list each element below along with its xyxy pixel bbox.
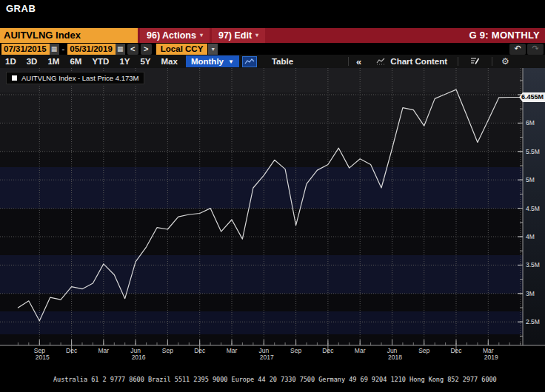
x-axis-label: Sep — [408, 347, 441, 354]
range-toolbar: 1D3D1M6MYTD1Y5YMax Monthly ▼ Table « Cha… — [0, 55, 545, 68]
history-buttons: ↶ ↷ — [509, 44, 545, 55]
y-axis-label: 5M — [526, 176, 545, 183]
edit-button[interactable]: 97) Edit ▾ — [212, 28, 265, 43]
redo-button[interactable]: ↷ — [527, 44, 544, 55]
tab-1m[interactable]: 1M — [42, 55, 64, 68]
caret-down-icon: ▾ — [255, 28, 258, 43]
x-axis-label: Dec — [440, 347, 472, 354]
tab-5y[interactable]: 5Y — [135, 55, 156, 68]
x-axis-label: Mar — [87, 347, 120, 354]
y-axis-label: 3M — [526, 290, 545, 297]
period-selector[interactable]: Monthly ▼ — [186, 55, 239, 67]
y-axis-label: 6M — [526, 119, 545, 126]
chart-view-toggle[interactable] — [242, 56, 257, 67]
x-axis-label: Sep — [151, 347, 184, 354]
line-chart-icon — [244, 58, 255, 65]
annotate-button[interactable] — [458, 57, 492, 67]
undo-button[interactable]: ↶ — [509, 44, 526, 55]
chart-content-button[interactable]: Chart Content — [369, 57, 455, 66]
prev-range-button[interactable]: < — [127, 44, 138, 55]
y-axis-label: 4.5M — [526, 205, 545, 212]
security-bar: AUITVLNG Index 96) Actions ▾ 97) Edit ▾ … — [0, 28, 545, 43]
actions-button-label: 96) Actions — [147, 28, 196, 43]
chart-content-icon — [376, 58, 386, 65]
x-axis-label: Mar — [215, 347, 248, 354]
ticker-input[interactable]: AUITVLNG Index — [0, 28, 138, 43]
period-selector-value: Monthly — [191, 57, 224, 66]
end-date-field[interactable]: 05/31/2019 ▦ — [67, 44, 125, 55]
x-axis-label: Dec — [56, 347, 88, 354]
x-axis-label: Mar — [344, 347, 376, 354]
edit-button-label: 97) Edit — [218, 28, 252, 43]
date-range-bar: 07/31/2015 ▦ - 05/31/2019 ▦ < > Local CC… — [0, 43, 545, 55]
start-date-field[interactable]: 07/31/2015 ▦ — [1, 44, 59, 55]
tab-ytd[interactable]: YTD — [87, 55, 114, 68]
x-axis-label: Sep — [280, 347, 312, 354]
bloomberg-terminal-window: GRAB AUITVLNG Index 96) Actions ▾ 97) Ed… — [0, 0, 545, 392]
currency-dropdown[interactable]: Local CCY ▾ — [156, 44, 218, 55]
y-axis-label: 3.5M — [526, 261, 545, 268]
x-axis-year-label: 2015 — [26, 354, 58, 361]
range-tabs: 1D3D1M6MYTD1Y5YMax — [0, 55, 183, 68]
calendar-icon[interactable]: ▦ — [50, 44, 59, 55]
tab-6m[interactable]: 6M — [64, 55, 87, 68]
x-axis-year-label: 2016 — [122, 354, 155, 361]
terminal-footer: Australia 61 2 9777 8600 Brazil 5511 239… — [0, 361, 545, 392]
settings-button[interactable]: ⚙ — [492, 56, 518, 67]
x-axis-year-label: 2018 — [379, 354, 412, 361]
next-range-button[interactable]: > — [141, 44, 152, 55]
series-legend[interactable]: AUITVLNG Index - Last Price 4.173M — [6, 72, 144, 84]
series-legend-label: AUITVLNG Index - Last Price 4.173M — [21, 74, 138, 82]
tab-1y[interactable]: 1Y — [114, 55, 135, 68]
x-axis-label: Dec — [184, 347, 216, 354]
x-axis-label: Dec — [312, 347, 344, 354]
tab-max[interactable]: Max — [156, 55, 183, 68]
chart-content-label: Chart Content — [390, 57, 447, 66]
x-axis-year-label: 2019 — [475, 354, 507, 361]
dropdown-caret-icon: ▼ — [228, 58, 234, 65]
y-axis-label: 5.5M — [526, 148, 545, 155]
command-text: GRAB — [6, 3, 36, 14]
y-axis-label: 4M — [526, 233, 545, 240]
series-swatch-icon — [12, 75, 17, 81]
date-separator: - — [59, 44, 68, 53]
table-view-button[interactable]: Table — [263, 57, 302, 66]
currency-value: Local CCY — [156, 44, 208, 55]
x-axis-year-label: 2017 — [250, 354, 283, 361]
tab-3d[interactable]: 3D — [21, 55, 43, 68]
last-price-badge: 6.455M — [519, 92, 545, 102]
command-line-bar: GRAB — [0, 0, 545, 28]
end-date-value: 05/31/2019 — [67, 44, 115, 55]
chart-plot-area[interactable]: AUITVLNG Index - Last Price 4.173M 6.455… — [0, 68, 545, 362]
price-line — [18, 89, 520, 321]
actions-button[interactable]: 96) Actions ▾ — [140, 28, 210, 43]
edit-note-icon — [470, 57, 480, 65]
price-chart-svg — [0, 68, 545, 362]
start-date-value: 07/31/2015 — [1, 44, 49, 55]
calendar-icon[interactable]: ▦ — [116, 44, 125, 55]
caret-down-icon: ▾ — [208, 44, 218, 55]
caret-down-icon: ▾ — [200, 28, 203, 43]
tab-1d[interactable]: 1D — [0, 55, 21, 68]
collapse-panel-button[interactable]: « — [349, 56, 369, 67]
y-axis-label: 2.5M — [526, 318, 545, 325]
function-title: G 9: MONTHLY — [469, 28, 545, 43]
footer-phone-line-1: Australia 61 2 9777 8600 Brazil 5511 239… — [0, 376, 545, 383]
